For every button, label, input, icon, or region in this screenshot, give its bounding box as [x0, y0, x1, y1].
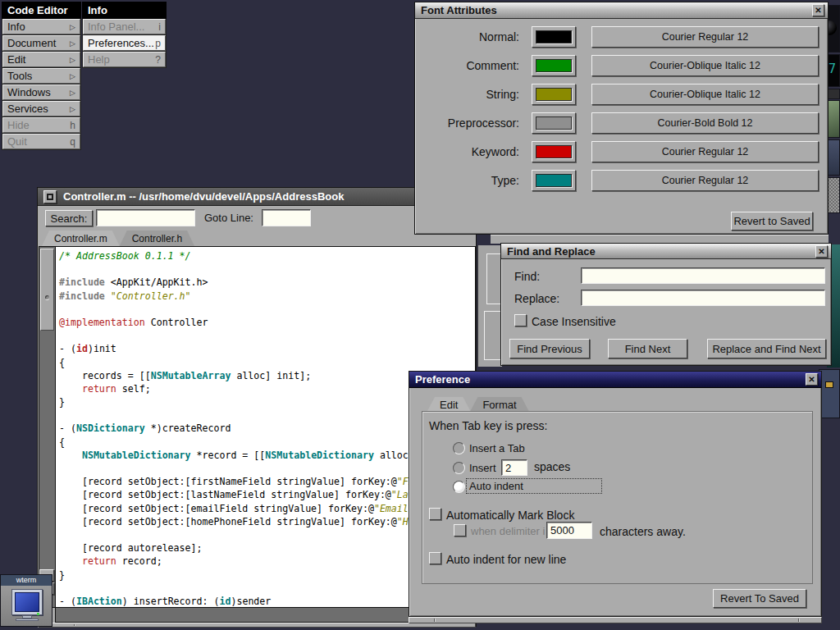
menu-item-label: Quit [7, 135, 27, 148]
code-token: #include [59, 276, 105, 288]
menu-items: Info Panel...iPreferences...pHelp? [82, 19, 167, 68]
delimiter-checkbox[interactable] [454, 524, 466, 536]
menu-item-label: Document [7, 37, 56, 49]
menu-item-windows[interactable]: Windows▷ [2, 84, 80, 100]
font-attributes-panel: Font Attributes ✕ Normal:Courier Regular… [414, 2, 829, 235]
font-button[interactable]: Courier-Oblique Italic 12 [591, 55, 819, 76]
code-line: @implementation Controller [59, 316, 475, 329]
insert-spaces-radio[interactable] [453, 462, 465, 474]
menu-item-services[interactable]: Services▷ [2, 101, 80, 116]
find-next-button[interactable]: Find Next [608, 339, 687, 358]
code-token: IBAction [76, 596, 122, 607]
insert-tab-radio[interactable] [453, 442, 465, 454]
shortcut-key: i [158, 21, 161, 33]
auto-indent-label: Auto indent [469, 480, 523, 492]
goto-line-input[interactable] [262, 209, 311, 226]
spaces-count-input[interactable] [501, 459, 527, 476]
find-replace-title: Find and Replace [507, 245, 596, 258]
find-previous-button[interactable]: Find Previous [509, 339, 590, 358]
tab-format[interactable]: Format [470, 397, 528, 411]
font-attribute-row: Type:Courier Regular 12 [415, 170, 828, 191]
auto-indent-newline-label: Auto indent for new line [446, 553, 566, 566]
find-input[interactable] [581, 267, 825, 284]
preference-titlebar[interactable]: Preference ✕ [409, 372, 821, 388]
code-token: NSMutableArray [151, 370, 231, 381]
code-token: NSMutableDictionary [82, 450, 191, 461]
insert-tab-label: Insert a Tab [469, 442, 525, 454]
editor-titlebar[interactable]: Controller.m -- /usr/home/dvu/devel/Apps… [38, 188, 476, 206]
color-well[interactable] [532, 141, 576, 162]
color-well[interactable] [532, 170, 576, 191]
font-attribute-row: Normal:Courier Regular 12 [415, 26, 828, 48]
case-insensitive-checkbox[interactable] [514, 314, 527, 326]
replace-and-find-next-button[interactable]: Replace and Find Next [707, 339, 826, 358]
submenu-arrow-icon: ▷ [70, 89, 75, 97]
editor-tab-bar: Controller.mController.h [42, 231, 194, 246]
code-token: ) insertRecord: ( [122, 596, 220, 607]
obscured-dialog-fragment [477, 245, 502, 367]
attribute-label: String: [415, 88, 519, 101]
font-attributes-titlebar[interactable]: Font Attributes ✕ [415, 2, 828, 19]
code-line: { [59, 356, 475, 369]
auto-indent-newline-checkbox[interactable] [429, 552, 441, 564]
menu-item-label: Tools [7, 70, 32, 82]
code-token: return [59, 555, 116, 567]
close-icon[interactable]: ✕ [806, 373, 818, 386]
submenu-arrow-icon: ▷ [70, 39, 75, 48]
replace-input[interactable] [581, 290, 825, 306]
font-button[interactable]: Courier Regular 12 [591, 141, 819, 162]
menu-item-edit[interactable]: Edit▷ [2, 52, 80, 67]
menu-item-label: Help [88, 53, 110, 66]
font-button[interactable]: Courier Regular 12 [591, 26, 819, 48]
code-token [59, 450, 82, 461]
color-well[interactable] [532, 112, 576, 134]
window-resize-bar[interactable] [409, 617, 822, 623]
menu-title[interactable]: Code Editor [2, 2, 81, 19]
font-button[interactable]: Courier-Bold Bold 12 [591, 112, 819, 134]
menu-item-document[interactable]: Document▷ [2, 35, 80, 51]
delimiter-count-input[interactable] [546, 522, 592, 539]
font-button[interactable]: Courier-Oblique Italic 12 [591, 84, 819, 105]
close-icon[interactable]: ✕ [812, 4, 824, 16]
vertical-scrollbar[interactable]: ▲ ▼ [39, 247, 56, 607]
close-icon[interactable]: ✕ [815, 245, 828, 258]
code-token: <AppKit/AppKit.h> [105, 276, 208, 288]
tab-controller-h[interactable]: Controller.h [120, 231, 194, 246]
search-button[interactable]: Search: [45, 210, 93, 226]
case-insensitive-label: Case Insensitive [532, 315, 616, 328]
code-line: /* AddressBook 0.1.1 */ [59, 249, 475, 262]
menu-item-preferences[interactable]: Preferences...p [83, 35, 166, 51]
wterm-miniwindow[interactable]: wterm [0, 574, 52, 627]
auto-indent-radio[interactable] [453, 481, 465, 493]
color-well[interactable] [532, 26, 576, 48]
spaces-label: spaces [534, 460, 570, 473]
font-button[interactable]: Courier Regular 12 [591, 170, 819, 191]
code-token: alloc] init]; [231, 370, 311, 381]
replace-label: Replace: [514, 292, 559, 305]
shortcut-key: p [155, 38, 161, 49]
code-token: NSDictionary [76, 422, 145, 434]
code-token: record; [116, 555, 162, 567]
submenu-arrow-icon: ▷ [70, 56, 75, 64]
color-well[interactable] [532, 84, 576, 105]
find-replace-titlebar[interactable]: Find and Replace ✕ [501, 244, 831, 259]
tab-edit[interactable]: Edit [427, 397, 470, 411]
monitor-screen [15, 592, 39, 612]
search-input[interactable] [96, 209, 195, 226]
revert-to-saved-button[interactable]: Revert to Saved [731, 212, 813, 231]
code-line: #include <AppKit/AppKit.h> [59, 276, 475, 289]
color-swatch [536, 59, 572, 72]
revert-to-saved-button[interactable]: Revert To Saved [713, 589, 806, 608]
tab-controller-m[interactable]: Controller.m [42, 231, 120, 246]
menu-title-label: Info [88, 4, 107, 16]
menu-item-info[interactable]: Info▷ [2, 19, 80, 34]
delimiter-label: when delimiter i [471, 525, 545, 537]
color-well[interactable] [532, 55, 576, 76]
font-attributes-title: Font Attributes [421, 4, 497, 16]
miniaturize-button[interactable] [43, 190, 57, 203]
menu-title[interactable]: Info [82, 2, 167, 19]
scrollbar-dimple [45, 295, 49, 299]
menu-item-tools[interactable]: Tools▷ [2, 68, 80, 84]
mark-block-checkbox[interactable] [429, 508, 441, 520]
scrollbar-knob[interactable] [40, 249, 54, 331]
